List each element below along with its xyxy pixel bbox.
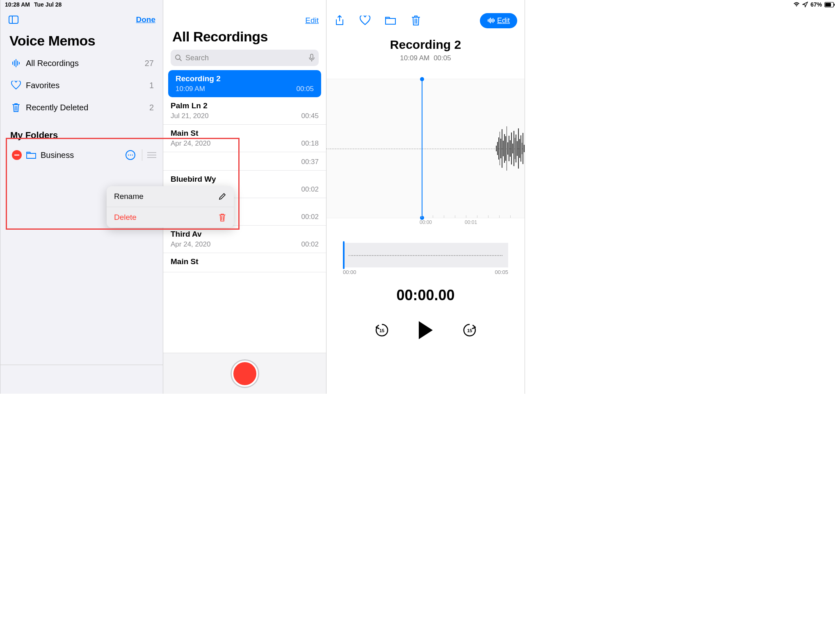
svg-text:15: 15	[379, 328, 384, 333]
done-button[interactable]: Done	[136, 15, 156, 24]
pencil-icon	[218, 192, 226, 201]
context-delete-label: Delete	[114, 213, 137, 222]
svg-rect-13	[310, 54, 313, 59]
sidebar-item-label: All Recordings	[26, 59, 145, 68]
recordings-title: All Recordings	[163, 29, 326, 48]
recording-item[interactable]: Main St	[163, 253, 326, 272]
overview-start: 00:00	[343, 269, 356, 275]
sidebar-item-count: 1	[149, 81, 154, 90]
recording-title: Main St	[171, 129, 319, 138]
reorder-handle-icon[interactable]	[142, 149, 156, 161]
sidebar-item-label: Favorites	[26, 81, 149, 90]
waveform-timeline[interactable]: 00:00 00:01	[326, 79, 525, 218]
recording-title: Recording 2	[176, 74, 314, 83]
recording-subtitle: Jul 21, 2020	[171, 112, 209, 120]
search-input[interactable]	[185, 54, 306, 62]
recording-subtitle: Apr 24, 2020	[171, 139, 210, 148]
overview-cursor[interactable]	[343, 241, 345, 269]
recording-item[interactable]: Main St Apr 24, 2020 00:18	[163, 125, 326, 152]
recording-title: Palm Ln 2	[171, 101, 319, 110]
folder-context-menu: Rename Delete	[107, 186, 234, 228]
timeline-tick-1: 00:01	[465, 219, 477, 225]
recording-title: Third Av	[171, 230, 319, 239]
recording-subtitle: 10:09 AM	[176, 85, 205, 93]
edit-label: Edit	[497, 16, 510, 25]
sidebar-item-favorites[interactable]: Favorites 1	[4, 74, 160, 96]
status-bar: 10:28 AM Tue Jul 28 67%	[0, 0, 525, 9]
recording-duration: 00:05	[296, 85, 314, 93]
timeline-tick-0: 00:00	[420, 219, 432, 225]
waveform-icon	[9, 59, 23, 68]
search-field[interactable]	[171, 50, 319, 66]
sidebar-title: Voice Memos	[0, 29, 163, 52]
context-rename-button[interactable]: Rename	[107, 186, 234, 207]
play-button[interactable]	[419, 321, 433, 339]
my-folders-heading: My Folders	[0, 119, 163, 144]
recording-detail-time: 10:09 AM	[400, 54, 429, 62]
trash-icon	[9, 103, 23, 112]
sidebar-item-recently-deleted[interactable]: Recently Deleted 2	[4, 96, 160, 119]
status-time: 10:28 AM	[5, 1, 30, 8]
recording-detail-duration: 00:05	[434, 54, 451, 62]
move-to-folder-icon[interactable]	[385, 15, 396, 26]
folder-more-icon[interactable]: ⋯	[126, 150, 135, 160]
edit-recording-button[interactable]: Edit	[480, 13, 517, 28]
folder-icon	[26, 151, 37, 160]
svg-rect-3	[9, 16, 18, 23]
playhead[interactable]	[422, 79, 422, 218]
waveform-overview[interactable]	[343, 243, 508, 267]
recording-item[interactable]: Recording 2 10:09 AM 00:05	[168, 70, 321, 97]
recording-duration: 00:18	[301, 139, 319, 148]
recording-item[interactable]: 00:37	[163, 152, 326, 171]
recording-duration: 00:02	[301, 240, 319, 249]
recording-subtitle: Apr 24, 2020	[171, 240, 210, 249]
status-date: Tue Jul 28	[34, 1, 62, 8]
sidebar-item-all-recordings[interactable]: All Recordings 27	[4, 52, 160, 74]
sidebar-item-count: 27	[145, 59, 154, 68]
folder-name-label: Business	[41, 151, 126, 160]
detail-column: Edit Recording 2 10:09 AM 00:05 00:00 00…	[326, 0, 525, 394]
skip-back-button[interactable]: 15	[374, 322, 390, 338]
sidebar-item-count: 2	[149, 103, 154, 112]
dictate-icon[interactable]	[309, 54, 315, 62]
record-button[interactable]	[232, 361, 258, 387]
context-rename-label: Rename	[114, 192, 144, 201]
recording-item[interactable]: Palm Ln 2 Jul 21, 2020 00:45	[163, 97, 326, 125]
recording-duration: 00:02	[301, 185, 319, 194]
recording-duration: 00:37	[301, 158, 319, 166]
skip-forward-button[interactable]: 15	[461, 322, 478, 338]
delete-icon[interactable]	[410, 15, 422, 26]
favorite-icon[interactable]	[359, 15, 371, 26]
recording-title: Bluebird Wy	[171, 175, 319, 184]
recording-detail-title: Recording 2	[326, 38, 525, 52]
heart-icon	[9, 81, 23, 90]
remove-folder-icon[interactable]	[12, 150, 22, 160]
recording-duration: 00:45	[301, 112, 319, 120]
search-icon	[175, 54, 182, 62]
context-delete-button[interactable]: Delete	[107, 207, 234, 228]
waveform-icon	[487, 18, 495, 23]
recording-duration: 00:02	[301, 213, 319, 221]
share-icon[interactable]	[334, 15, 345, 26]
trash-icon	[218, 213, 226, 222]
folder-row-business[interactable]: Business ⋯	[0, 144, 163, 166]
overview-end: 00:05	[495, 269, 508, 275]
edit-recordings-button[interactable]: Edit	[305, 16, 319, 25]
svg-text:15: 15	[467, 328, 472, 333]
sidebar-item-label: Recently Deleted	[26, 103, 149, 112]
svg-point-11	[176, 55, 180, 59]
sidebar-toggle-icon[interactable]	[8, 14, 19, 25]
recording-item[interactable]: Third Av Apr 24, 2020 00:02	[163, 226, 326, 253]
svg-line-12	[180, 59, 181, 61]
playback-timer: 00:00.00	[326, 287, 525, 304]
recording-title: Main St	[171, 257, 319, 266]
